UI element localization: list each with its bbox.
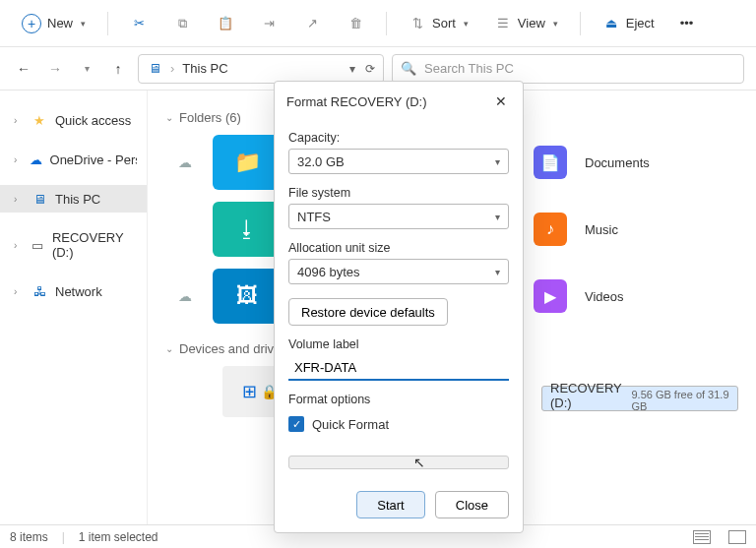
sidebar-item-label: Network bbox=[55, 284, 102, 299]
pc-icon: 🖥 bbox=[32, 191, 47, 207]
delete-button[interactable]: 🗑 bbox=[337, 9, 374, 38]
volume-label-label: Volume label bbox=[288, 337, 509, 351]
documents-icon[interactable]: 📄 bbox=[534, 146, 567, 179]
view-label: View bbox=[518, 16, 545, 30]
volume-label-input[interactable] bbox=[288, 355, 509, 381]
chevron-down-icon: ▾ bbox=[81, 19, 86, 29]
sidebar-item-onedrive[interactable]: › ☁ OneDrive - Personal bbox=[0, 146, 147, 173]
capacity-label: Capacity: bbox=[288, 131, 509, 145]
new-label: New bbox=[47, 16, 73, 30]
more-icon: ••• bbox=[680, 16, 694, 30]
sort-button[interactable]: ⇅ Sort ▾ bbox=[399, 9, 478, 38]
chevron-right-icon: › bbox=[14, 286, 24, 297]
pc-icon: 🖥 bbox=[147, 61, 162, 77]
chevron-down-icon: ▾ bbox=[495, 212, 500, 222]
toolbar: + New ▾ ✂ ⧉ 📋 ⇥ ↗ 🗑 ⇅ Sort ▾ ☰ View ▾ ⏏ … bbox=[0, 0, 756, 47]
dialog-titlebar: Format RECOVERY (D:) ✕ bbox=[275, 82, 523, 119]
quick-format-checkbox[interactable]: ✓ Quick Format bbox=[288, 416, 509, 432]
cloud-sync-icon: ☁ bbox=[175, 154, 195, 170]
network-icon: 🖧 bbox=[32, 283, 47, 299]
capacity-select[interactable]: 32.0 GB ▾ bbox=[288, 149, 509, 174]
sidebar-item-network[interactable]: › 🖧 Network bbox=[0, 277, 147, 305]
share-icon: ↗ bbox=[303, 15, 321, 32]
plus-icon: + bbox=[22, 14, 41, 33]
filesystem-value: NTFS bbox=[297, 210, 331, 224]
sort-label: Sort bbox=[432, 16, 456, 30]
folder-glyph: 📁 bbox=[234, 150, 261, 175]
close-button[interactable]: Close bbox=[435, 491, 509, 518]
drive-icon: ▭ bbox=[31, 237, 44, 253]
folders-header-label: Folders (6) bbox=[179, 110, 241, 125]
sidebar-item-recovery[interactable]: › ▭ RECOVERY (D:) bbox=[0, 224, 147, 266]
refresh-icon[interactable]: ⟳ bbox=[365, 62, 375, 76]
address-bar[interactable]: 🖥 › This PC ▾ ⟳ bbox=[138, 54, 384, 84]
up-button[interactable]: ↑ bbox=[106, 57, 130, 81]
music-icon[interactable]: ♪ bbox=[534, 213, 567, 246]
format-dialog: Format RECOVERY (D:) ✕ Capacity: 32.0 GB… bbox=[274, 81, 524, 533]
status-item-count: 8 items bbox=[10, 530, 48, 544]
sidebar-item-label: OneDrive - Personal bbox=[50, 152, 137, 167]
clipboard-icon: 📋 bbox=[217, 15, 234, 32]
copy-button[interactable]: ⧉ bbox=[163, 9, 201, 38]
filesystem-select[interactable]: NTFS ▾ bbox=[288, 204, 509, 229]
windows-icon: ⊞ bbox=[242, 381, 257, 402]
new-button[interactable]: + New ▾ bbox=[12, 8, 95, 39]
folder-icon[interactable]: 📁 bbox=[213, 135, 282, 190]
address-separator: › bbox=[170, 61, 174, 76]
sidebar: › ★ Quick access › ☁ OneDrive - Personal… bbox=[0, 91, 148, 524]
search-box[interactable]: 🔍 Search This PC bbox=[392, 54, 744, 84]
download-glyph: ⭳ bbox=[236, 216, 258, 242]
dialog-title: Format RECOVERY (D:) bbox=[286, 94, 491, 109]
trash-icon: 🗑 bbox=[346, 15, 364, 32]
view-button[interactable]: ☰ View ▾ bbox=[484, 9, 568, 38]
forward-button[interactable]: → bbox=[43, 57, 67, 81]
more-button[interactable]: ••• bbox=[670, 10, 704, 36]
quick-format-label: Quick Format bbox=[312, 417, 389, 432]
status-divider: | bbox=[62, 530, 65, 544]
share-button[interactable]: ↗ bbox=[293, 9, 331, 38]
close-icon[interactable]: ✕ bbox=[491, 91, 511, 111]
format-options-label: Format options bbox=[288, 393, 509, 406]
chevron-right-icon: › bbox=[14, 115, 24, 126]
folder-icon[interactable]: 🖼 bbox=[213, 269, 282, 324]
row-label: Documents bbox=[585, 155, 650, 170]
search-placeholder: Search This PC bbox=[424, 61, 514, 76]
folder-icon[interactable]: ⭳ bbox=[213, 202, 282, 257]
allocation-select[interactable]: 4096 bytes ▾ bbox=[288, 259, 509, 284]
separator bbox=[107, 12, 108, 35]
icons-view-button[interactable] bbox=[728, 530, 746, 544]
chevron-down-icon: ▾ bbox=[495, 156, 500, 167]
chevron-right-icon: › bbox=[14, 194, 24, 205]
dialog-body: Capacity: 32.0 GB ▾ File system NTFS ▾ A… bbox=[275, 119, 523, 479]
picture-glyph: 🖼 bbox=[236, 283, 258, 309]
details-view-button[interactable] bbox=[693, 530, 711, 544]
chevron-down-icon: ⌄ bbox=[165, 112, 173, 123]
restore-defaults-button[interactable]: Restore device defaults bbox=[288, 298, 448, 326]
recent-chevron[interactable]: ▾ bbox=[75, 57, 98, 81]
format-progress bbox=[288, 456, 509, 469]
rename-button[interactable]: ⇥ bbox=[250, 9, 287, 38]
eject-icon: ⏏ bbox=[602, 15, 620, 32]
start-button[interactable]: Start bbox=[356, 491, 424, 518]
star-icon: ★ bbox=[32, 112, 47, 128]
sidebar-item-this-pc[interactable]: › 🖥 This PC bbox=[0, 185, 147, 213]
paste-button[interactable]: 📋 bbox=[207, 9, 244, 38]
sidebar-item-quick-access[interactable]: › ★ Quick access bbox=[0, 106, 147, 134]
chevron-down-icon[interactable]: ▾ bbox=[349, 62, 355, 76]
eject-button[interactable]: ⏏ Eject bbox=[593, 9, 664, 38]
dialog-buttons: Start Close bbox=[275, 479, 523, 532]
copy-icon: ⧉ bbox=[173, 15, 191, 32]
chevron-right-icon: › bbox=[14, 240, 23, 251]
recovery-subtext: 9.56 GB free of 31.9 GB bbox=[631, 389, 729, 412]
sidebar-item-label: RECOVERY (D:) bbox=[52, 230, 137, 260]
drive-recovery[interactable]: RECOVERY (D:) 9.56 GB free of 31.9 GB bbox=[541, 386, 738, 411]
search-icon: 🔍 bbox=[401, 61, 416, 76]
eject-label: Eject bbox=[626, 16, 655, 30]
cut-button[interactable]: ✂ bbox=[120, 9, 158, 38]
sidebar-item-label: This PC bbox=[55, 192, 100, 207]
address-text: This PC bbox=[182, 61, 342, 76]
sidebar-item-label: Quick access bbox=[55, 113, 131, 128]
cloud-sync-icon: ☁ bbox=[175, 288, 195, 304]
back-button[interactable]: ← bbox=[12, 57, 35, 81]
videos-icon[interactable]: ▶ bbox=[534, 279, 567, 313]
